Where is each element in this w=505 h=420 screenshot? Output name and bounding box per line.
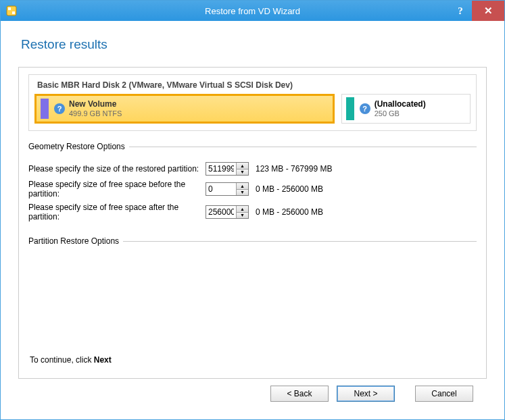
client-area: Restore results Basic MBR Hard Disk 2 (V… <box>1 21 504 419</box>
partition-sub: 499.9 GB NTFS <box>69 109 122 118</box>
size-input[interactable] <box>206 163 236 175</box>
help-button[interactable]: ? <box>449 1 472 21</box>
partition-name: (Unallocated) <box>375 99 426 109</box>
partition-options: Partition Restore Options <box>28 236 477 253</box>
spin-up-icon[interactable]: ▲ <box>237 206 248 213</box>
app-icon <box>5 4 18 18</box>
window-controls: ? ✕ <box>449 1 504 21</box>
size-spinner[interactable]: ▲▼ <box>206 205 249 219</box>
window-title: Restore from VD Wizard <box>1 6 504 16</box>
partition-bar: ?New Volume499.9 GB NTFS?(Unallocated)25… <box>34 94 471 124</box>
button-row: < Back Next > Cancel <box>18 379 487 411</box>
continue-hint: To continue, click Next <box>30 355 477 365</box>
partition-legend: Partition Restore Options <box>28 236 123 246</box>
wizard-window: Restore from VD Wizard ? ✕ Restore resul… <box>0 0 505 420</box>
question-icon: ? <box>360 103 370 114</box>
question-icon: ? <box>54 103 65 114</box>
geometry-row-1: Please specify size of free space before… <box>28 180 477 199</box>
size-spinner[interactable]: ▲▼ <box>206 182 249 196</box>
partition-stripe <box>346 97 354 120</box>
spin-down-icon[interactable]: ▼ <box>237 213 248 219</box>
partition-1[interactable]: ?(Unallocated)250 GB <box>341 94 471 124</box>
spin-down-icon[interactable]: ▼ <box>237 169 248 176</box>
geometry-label: Please specify the size of the restored … <box>28 164 206 174</box>
content-frame: Basic MBR Hard Disk 2 (VMware, VMware Vi… <box>18 67 487 379</box>
page-title: Restore results <box>21 37 487 52</box>
geometry-label: Please specify size of free space after … <box>28 203 206 221</box>
continue-bold: Next <box>94 355 112 365</box>
spin-up-icon[interactable]: ▲ <box>237 163 248 169</box>
titlebar: Restore from VD Wizard ? ✕ <box>1 1 504 21</box>
partition-name: New Volume <box>69 99 122 109</box>
disk-title: Basic MBR Hard Disk 2 (VMware, VMware Vi… <box>34 79 471 94</box>
next-button[interactable]: Next > <box>337 386 395 402</box>
size-spinner[interactable]: ▲▼ <box>206 162 249 176</box>
geometry-label: Please specify size of free space before… <box>28 180 206 199</box>
cancel-button[interactable]: Cancel <box>415 386 473 402</box>
size-range: 0 MB - 256000 MB <box>256 207 323 217</box>
partition-texts: (Unallocated)250 GB <box>375 99 426 118</box>
disk-box: Basic MBR Hard Disk 2 (VMware, VMware Vi… <box>28 74 477 131</box>
size-input[interactable] <box>206 206 236 218</box>
partition-stripe <box>41 99 49 119</box>
geometry-row-2: Please specify size of free space after … <box>28 203 477 221</box>
geometry-row-0: Please specify the size of the restored … <box>28 162 477 176</box>
partition-texts: New Volume499.9 GB NTFS <box>69 99 122 118</box>
close-button[interactable]: ✕ <box>472 1 504 21</box>
spin-down-icon[interactable]: ▼ <box>237 190 248 196</box>
svg-rect-2 <box>12 11 15 14</box>
svg-rect-1 <box>8 7 11 10</box>
spin-up-icon[interactable]: ▲ <box>237 183 248 190</box>
size-range: 123 MB - 767999 MB <box>256 164 332 174</box>
continue-prefix: To continue, click <box>30 355 94 365</box>
geometry-options: Geometry Restore Options Please specify … <box>28 142 477 226</box>
back-button[interactable]: < Back <box>270 386 329 402</box>
geometry-legend: Geometry Restore Options <box>28 142 129 151</box>
size-input[interactable] <box>206 183 236 195</box>
partition-sub: 250 GB <box>375 109 426 118</box>
size-range: 0 MB - 256000 MB <box>256 184 323 194</box>
partition-0[interactable]: ?New Volume499.9 GB NTFS <box>34 94 335 124</box>
